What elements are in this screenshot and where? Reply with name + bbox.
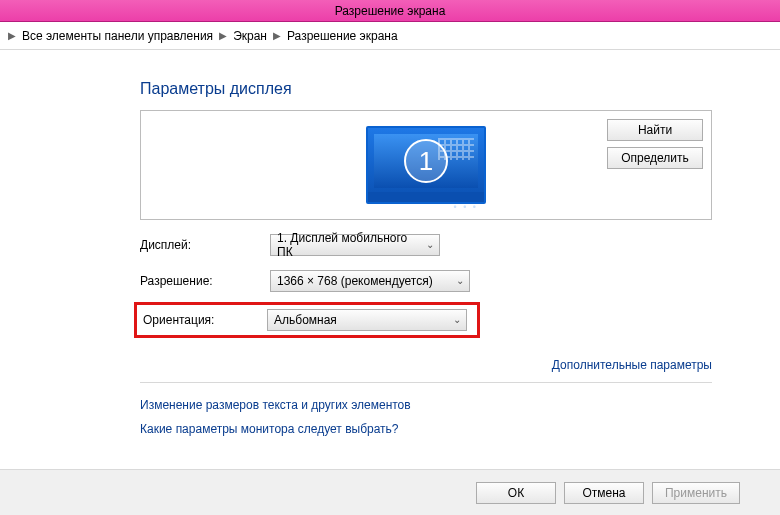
grid-icon	[438, 138, 474, 160]
monitor-controls-icon: • • •	[454, 202, 478, 212]
resolution-select-value: 1366 × 768 (рекомендуется)	[277, 274, 433, 288]
link-text-size[interactable]: Изменение размеров текста и других элеме…	[140, 393, 780, 417]
monitor-screen: 1	[374, 134, 478, 188]
breadcrumb-item-screen[interactable]: Экран	[233, 29, 267, 43]
orientation-label: Ориентация:	[137, 313, 267, 327]
chevron-right-icon[interactable]: ▶	[8, 30, 16, 41]
display-select[interactable]: 1. Дисплей мобильного ПК ⌄	[270, 234, 440, 256]
row-resolution: Разрешение: 1366 × 768 (рекомендуется) ⌄	[140, 270, 780, 292]
breadcrumb-item-control-panel[interactable]: Все элементы панели управления	[22, 29, 213, 43]
display-label: Дисплей:	[140, 238, 270, 252]
orientation-select[interactable]: Альбомная ⌄	[267, 309, 467, 331]
cancel-button[interactable]: Отмена	[564, 482, 644, 504]
page-heading: Параметры дисплея	[140, 80, 780, 98]
chevron-right-icon[interactable]: ▶	[219, 30, 227, 41]
orientation-select-value: Альбомная	[274, 313, 337, 327]
row-orientation-highlighted: Ориентация: Альбомная ⌄	[134, 302, 480, 338]
window-titlebar: Разрешение экрана	[0, 0, 780, 22]
link-which-monitor[interactable]: Какие параметры монитора следует выбрать…	[140, 417, 780, 441]
divider	[140, 382, 712, 383]
resolution-select[interactable]: 1366 × 768 (рекомендуется) ⌄	[270, 270, 470, 292]
chevron-down-icon: ⌄	[456, 275, 464, 286]
ok-button[interactable]: ОК	[476, 482, 556, 504]
advanced-settings-link[interactable]: Дополнительные параметры	[552, 358, 712, 372]
breadcrumb: ▶ Все элементы панели управления ▶ Экран…	[0, 22, 780, 50]
window-title: Разрешение экрана	[335, 4, 446, 18]
advanced-settings-row: Дополнительные параметры	[140, 358, 712, 372]
monitor-preview[interactable]: 1 • • •	[366, 126, 486, 204]
dialog-footer: ОК Отмена Применить	[0, 469, 780, 515]
breadcrumb-item-resolution[interactable]: Разрешение экрана	[287, 29, 398, 43]
display-preview-panel: 1 • • • Найти Определить	[140, 110, 712, 220]
detect-button[interactable]: Определить	[607, 147, 703, 169]
chevron-right-icon[interactable]: ▶	[273, 30, 281, 41]
row-display: Дисплей: 1. Дисплей мобильного ПК ⌄	[140, 234, 780, 256]
display-select-value: 1. Дисплей мобильного ПК	[277, 231, 419, 259]
help-links: Изменение размеров текста и других элеме…	[140, 393, 780, 441]
apply-button[interactable]: Применить	[652, 482, 740, 504]
chevron-down-icon: ⌄	[453, 314, 461, 325]
chevron-down-icon: ⌄	[426, 239, 434, 250]
find-button[interactable]: Найти	[607, 119, 703, 141]
content-area: Параметры дисплея 1 • • • Найти Определи…	[0, 50, 780, 469]
resolution-label: Разрешение:	[140, 274, 270, 288]
